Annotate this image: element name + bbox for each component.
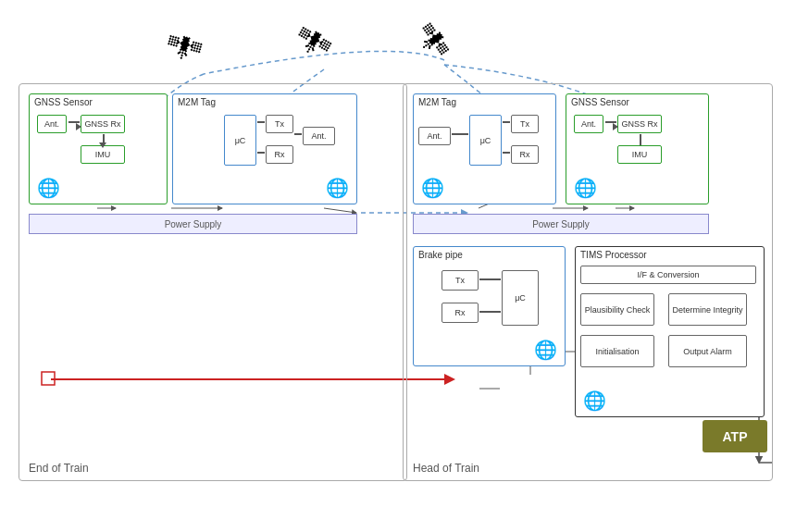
satellite-icon-left: 🛰 (165, 22, 207, 67)
eot-gnss-icon: 🌐 (37, 177, 60, 199)
eot-rx-box: Rx (266, 145, 293, 164)
satellite-area: 🛰 🛰 🛰 (19, 19, 777, 93)
hot-outer-box: Head of Train M2M Tag Ant. μC Tx Rx (403, 83, 773, 481)
tims-icon: 🌐 (583, 390, 606, 412)
eot-gnss-rx-box: GNSS Rx (81, 115, 125, 133)
eot-label: End of Train (29, 462, 89, 475)
hot-gnss-label: GNSS Sensor (571, 97, 629, 107)
hot-gnss-icon: 🌐 (574, 177, 597, 199)
brake-pipe-label: Brake pipe (418, 250, 463, 260)
hot-m2m-label: M2M Tag (418, 97, 456, 107)
eot-m2m-tag-box: M2M Tag μC Tx Rx Ant. 🌐 (172, 93, 357, 204)
eot-m2m-ant-box: Ant. (303, 127, 335, 145)
brake-tx-box: Tx (442, 270, 479, 291)
hot-rx-box: Rx (511, 145, 539, 164)
satellite-icon-middle: 🛰 (297, 19, 334, 60)
hot-gnss-rx-box: GNSS Rx (617, 115, 662, 133)
hot-ant-box: Ant. (574, 115, 603, 133)
hot-tx-box: Tx (511, 115, 539, 133)
hot-uc-box: μC (469, 115, 502, 166)
hot-m2m-ant-box: Ant. (418, 127, 451, 145)
tims-label: TIMS Processor (580, 250, 647, 260)
eot-outer-box: End of Train GNSS Sensor Ant. GNSS Rx IM… (19, 83, 407, 481)
eot-gnss-sensor-box: GNSS Sensor Ant. GNSS Rx IMU 🌐 (29, 93, 168, 204)
eot-ant-box: Ant. (37, 115, 67, 133)
brake-rx-box: Rx (442, 303, 479, 323)
tims-determine-box: Determine Integrity (668, 293, 747, 326)
brake-uc-box: μC (502, 270, 539, 326)
hot-m2m-icon: 🌐 (421, 177, 444, 199)
eot-tx-box: Tx (266, 115, 293, 133)
diagram-container: 🛰 🛰 🛰 End of Train GNSS Sensor Ant. GNSS… (19, 19, 777, 513)
satellite-icon-right: 🛰 (418, 21, 454, 60)
eot-gnss-label: GNSS Sensor (34, 97, 93, 107)
eot-m2m-icon: 🌐 (326, 177, 349, 199)
hot-gnss-sensor-box: GNSS Sensor Ant. GNSS Rx IMU 🌐 (566, 93, 709, 204)
hot-label: Head of Train (413, 462, 479, 475)
eot-uc-box: μC (224, 115, 256, 166)
eot-imu-box: IMU (81, 145, 125, 164)
eot-m2m-label: M2M Tag (178, 97, 216, 107)
tims-box: TIMS Processor I/F & Conversion Plausibi… (575, 246, 765, 417)
hot-imu-box: IMU (617, 145, 662, 164)
tims-output-box: Output Alarm (668, 335, 747, 367)
hot-m2m-tag-box: M2M Tag Ant. μC Tx Rx 🌐 (413, 93, 556, 204)
tims-if-box: I/F & Conversion (580, 266, 756, 284)
atp-box: ATP (703, 420, 767, 452)
brake-pipe-box: Brake pipe Tx μC Rx 🌐 (413, 246, 566, 366)
brake-icon: 🌐 (534, 339, 557, 361)
tims-plausibility-box: Plausibility Check (580, 293, 654, 326)
eot-power-supply: Power Supply (29, 214, 357, 234)
hot-power-supply: Power Supply (413, 214, 709, 234)
tims-init-box: Initialisation (580, 335, 654, 367)
